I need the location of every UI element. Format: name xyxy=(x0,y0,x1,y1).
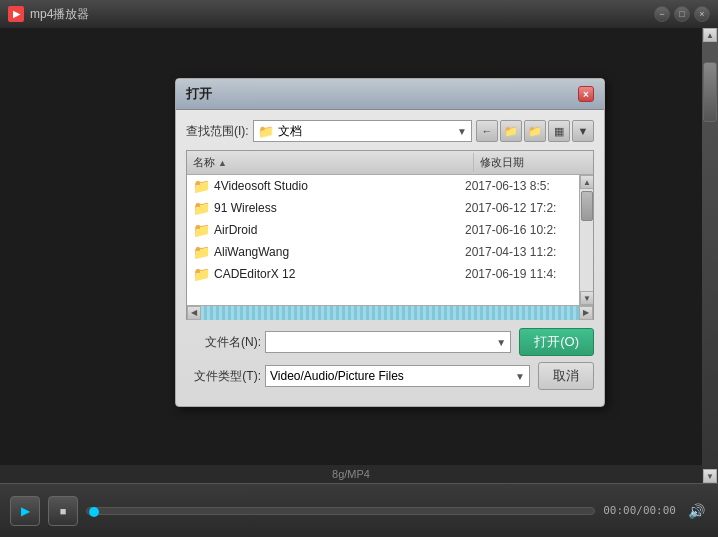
file-item-date: 2017-04-13 11:2: xyxy=(459,244,579,260)
time-display: 00:00/00:00 xyxy=(603,504,676,517)
file-list-item[interactable]: 📁 AirDroid 2017-06-16 10:2: xyxy=(187,219,579,241)
cancel-area: 取消 xyxy=(538,362,594,390)
scroll-down-arrow[interactable]: ▼ xyxy=(703,469,717,483)
view-toggle-button[interactable]: ▦ xyxy=(548,120,570,142)
app-title: mp4播放器 xyxy=(30,6,89,23)
open-file-dialog: 打开 × 查找范围(I): 📁 文档 ▼ ← 📁 📁 ▦ ▼ xyxy=(175,78,605,407)
file-list-item[interactable]: 📁 91 Wireless 2017-06-12 17:2: xyxy=(187,197,579,219)
file-item-name: 📁 AirDroid xyxy=(187,221,459,239)
folder-icon: 📁 xyxy=(193,222,210,238)
dialog-close-button[interactable]: × xyxy=(578,86,594,102)
file-name-text: CADEditorX 12 xyxy=(214,267,295,281)
folder-icon: 📁 xyxy=(193,200,210,216)
scroll-up-arrow[interactable]: ▲ xyxy=(703,28,717,42)
open-button[interactable]: 打开(O) xyxy=(519,328,594,356)
app-icon: ▶ xyxy=(8,6,24,22)
filetype-label: 文件类型(T): xyxy=(186,368,261,385)
col-date-header: 修改日期 xyxy=(473,153,593,172)
scroll-thumb[interactable] xyxy=(703,62,717,122)
file-scroll-down[interactable]: ▼ xyxy=(580,291,593,305)
file-list-item[interactable]: 📁 CADEditorX 12 2017-06-19 11:4: xyxy=(187,263,579,285)
file-list-item[interactable]: 📁 AliWangWang 2017-04-13 11:2: xyxy=(187,241,579,263)
h-scroll-left[interactable]: ◀ xyxy=(187,306,201,320)
filetype-dropdown-arrow: ▼ xyxy=(515,371,525,382)
cancel-button[interactable]: 取消 xyxy=(538,362,594,390)
status-text: 8g/MP4 xyxy=(332,468,370,480)
col-name-label: 名称 xyxy=(193,155,215,170)
stop-icon: ■ xyxy=(60,505,67,517)
file-item-date: 2017-06-16 10:2: xyxy=(459,222,579,238)
file-item-name: 📁 CADEditorX 12 xyxy=(187,265,459,283)
main-scrollbar[interactable]: ▲ ▼ xyxy=(702,28,718,483)
minimize-button[interactable]: − xyxy=(654,6,670,22)
dialog-title-bar: 打开 × xyxy=(176,79,604,110)
location-bar: 查找范围(I): 📁 文档 ▼ ← 📁 📁 ▦ ▼ xyxy=(186,120,594,142)
title-bar-left: ▶ mp4播放器 xyxy=(8,6,89,23)
location-toolbar: ← 📁 📁 ▦ ▼ xyxy=(476,120,594,142)
folder-icon: 📁 xyxy=(193,244,210,260)
title-bar: ▶ mp4播放器 − □ × xyxy=(0,0,718,28)
dialog-body: 查找范围(I): 📁 文档 ▼ ← 📁 📁 ▦ ▼ 名 xyxy=(176,110,604,406)
file-scroll-track xyxy=(580,189,593,291)
file-scroll-up[interactable]: ▲ xyxy=(580,175,593,189)
action-buttons: 打开(O) xyxy=(519,328,594,356)
file-list-header: 名称 ▲ 修改日期 xyxy=(187,151,593,175)
filetype-select[interactable]: Video/Audio/Picture Files ▼ xyxy=(265,365,530,387)
back-button[interactable]: ← xyxy=(476,120,498,142)
filename-input[interactable]: ▼ xyxy=(265,331,511,353)
file-item-date: 2017-06-13 8:5: xyxy=(459,178,579,194)
file-item-date: 2017-06-19 11:4: xyxy=(459,266,579,282)
folder-icon: 📁 xyxy=(193,178,210,194)
play-icon: ▶ xyxy=(21,504,30,518)
file-name-text: AirDroid xyxy=(214,223,257,237)
window-close-button[interactable]: × xyxy=(694,6,710,22)
play-button[interactable]: ▶ xyxy=(10,496,40,526)
bottom-bar: ▶ ■ 00:00/00:00 🔊 xyxy=(0,483,718,537)
folder-icon: 📁 xyxy=(193,266,210,282)
volume-icon: 🔊 xyxy=(688,503,705,519)
sort-arrow: ▲ xyxy=(218,158,227,168)
file-item-name: 📁 91 Wireless xyxy=(187,199,459,217)
file-list-scrollbar[interactable]: ▲ ▼ xyxy=(579,175,593,305)
filename-label: 文件名(N): xyxy=(186,334,261,351)
title-bar-controls: − □ × xyxy=(654,6,710,22)
file-name-text: 4Videosoft Studio xyxy=(214,179,308,193)
col-name-header: 名称 ▲ xyxy=(187,153,473,172)
file-item-date: 2017-06-12 17:2: xyxy=(459,200,579,216)
location-value: 文档 xyxy=(278,123,302,140)
file-scroll-thumb[interactable] xyxy=(581,191,593,221)
progress-bar[interactable] xyxy=(86,507,595,515)
file-list-item[interactable]: 📁 4Videosoft Studio 2017-06-13 8:5: xyxy=(187,175,579,197)
file-name-text: 91 Wireless xyxy=(214,201,277,215)
folder-up-button[interactable]: 📁 xyxy=(500,120,522,142)
file-item-name: 📁 4Videosoft Studio xyxy=(187,177,459,195)
h-scroll-right[interactable]: ▶ xyxy=(579,306,593,320)
filetype-row: 文件类型(T): Video/Audio/Picture Files ▼ 取消 xyxy=(186,362,594,390)
volume-button[interactable]: 🔊 xyxy=(684,499,708,523)
stop-button[interactable]: ■ xyxy=(48,496,78,526)
location-select[interactable]: 📁 文档 ▼ xyxy=(253,120,472,142)
dialog-title-text: 打开 xyxy=(186,85,212,103)
main-area: ▲ ▼ 打开 × 查找范围(I): 📁 文档 ▼ ← 📁 📁 xyxy=(0,28,718,483)
status-bar: 8g/MP4 xyxy=(0,465,702,483)
file-name-text: AliWangWang xyxy=(214,245,289,259)
file-list-inner: 📁 4Videosoft Studio 2017-06-13 8:5: 📁 91… xyxy=(187,175,593,285)
h-scroll-track xyxy=(201,306,579,320)
create-folder-button[interactable]: 📁 xyxy=(524,120,546,142)
h-scrollbar[interactable]: ◀ ▶ xyxy=(187,305,593,319)
file-item-name: 📁 AliWangWang xyxy=(187,243,459,261)
progress-thumb xyxy=(89,507,99,517)
file-list-container: 名称 ▲ 修改日期 📁 4Videosoft Studio 2017-06-13… xyxy=(186,150,594,320)
location-dropdown-arrow: ▼ xyxy=(457,126,467,137)
filetype-value: Video/Audio/Picture Files xyxy=(270,369,404,383)
location-folder-icon: 📁 xyxy=(258,124,274,139)
filename-dropdown-arrow: ▼ xyxy=(496,337,506,348)
filename-row: 文件名(N): ▼ 打开(O) xyxy=(186,328,594,356)
file-list: 📁 4Videosoft Studio 2017-06-13 8:5: 📁 91… xyxy=(187,175,593,305)
view-dropdown-button[interactable]: ▼ xyxy=(572,120,594,142)
location-label: 查找范围(I): xyxy=(186,123,249,140)
maximize-button[interactable]: □ xyxy=(674,6,690,22)
